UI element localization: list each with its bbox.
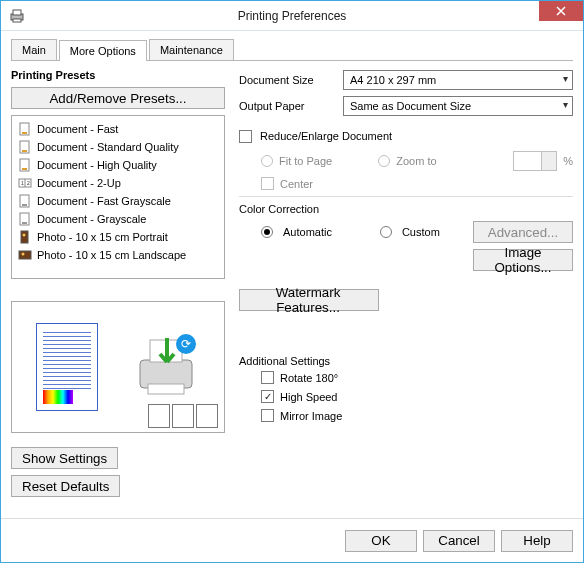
printing-presets-heading: Printing Presets: [11, 69, 225, 81]
mirror-image-checkbox[interactable]: [261, 409, 274, 422]
additional-settings-label: Additional Settings: [239, 355, 573, 367]
close-icon: [556, 6, 566, 16]
output-paper-select[interactable]: Same as Document Size: [343, 96, 573, 116]
doc-gray-icon: [18, 212, 32, 226]
window-body: Main More Options Maintenance Printing P…: [1, 31, 583, 518]
output-paper-value: Same as Document Size: [350, 100, 471, 112]
footer: OK Cancel Help: [1, 518, 583, 562]
doc-icon: [18, 140, 32, 154]
preset-item[interactable]: Document - Standard Quality: [16, 138, 220, 156]
image-options-button[interactable]: Image Options...: [473, 249, 573, 271]
sync-icon: ⟳: [176, 334, 196, 354]
advanced-button: Advanced...: [473, 221, 573, 243]
svg-rect-6: [22, 150, 27, 152]
show-settings-button[interactable]: Show Settings: [11, 447, 118, 469]
svg-rect-8: [22, 168, 27, 170]
custom-radio[interactable]: [380, 226, 392, 238]
cancel-button[interactable]: Cancel: [423, 530, 495, 552]
tab-more-options[interactable]: More Options: [59, 40, 147, 61]
preset-list: Document - Fast Document - Standard Qual…: [11, 115, 225, 279]
preset-label: Document - Fast Grayscale: [37, 195, 171, 207]
doc-gray-icon: [18, 194, 32, 208]
left-panel: Printing Presets Add/Remove Presets... D…: [11, 69, 225, 508]
close-button[interactable]: [539, 1, 583, 21]
add-remove-presets-button[interactable]: Add/Remove Presets...: [11, 87, 225, 109]
mirror-image-label: Mirror Image: [280, 410, 342, 422]
doc-icon: [18, 158, 32, 172]
fit-to-page-label: Fit to Page: [279, 155, 332, 167]
preset-label: Photo - 10 x 15 cm Portrait: [37, 231, 168, 243]
zoom-spinner: ▴▾: [513, 151, 557, 171]
zoom-to-radio: [378, 155, 390, 167]
reduce-enlarge-checkbox[interactable]: [239, 130, 252, 143]
photo-landscape-icon: [18, 248, 32, 262]
preset-label: Document - High Quality: [37, 159, 157, 171]
svg-rect-19: [19, 251, 31, 259]
right-panel: Document Size A4 210 x 297 mm Output Pap…: [239, 69, 573, 508]
svg-rect-14: [22, 204, 27, 206]
printer-graphic: ⟳: [134, 332, 200, 402]
svg-rect-4: [22, 132, 27, 134]
output-paper-label: Output Paper: [239, 100, 335, 112]
preset-item[interactable]: Photo - 10 x 15 cm Portrait: [16, 228, 220, 246]
tab-strip: Main More Options Maintenance: [11, 39, 573, 61]
help-button[interactable]: Help: [501, 530, 573, 552]
preview-box: ⟳: [11, 301, 225, 433]
window: Printing Preferences Main More Options M…: [0, 0, 584, 563]
tab-maintenance[interactable]: Maintenance: [149, 39, 234, 60]
rotate-180-label: Rotate 180°: [280, 372, 338, 384]
preset-label: Document - Grayscale: [37, 213, 146, 225]
doc-icon: [18, 122, 32, 136]
svg-text:1: 1: [21, 180, 24, 186]
automatic-label: Automatic: [283, 226, 332, 238]
document-size-label: Document Size: [239, 74, 335, 86]
content: Printing Presets Add/Remove Presets... D…: [11, 69, 573, 508]
document-size-value: A4 210 x 297 mm: [350, 74, 436, 86]
preset-label: Document - Standard Quality: [37, 141, 179, 153]
preset-item[interactable]: 12Document - 2-Up: [16, 174, 220, 192]
ok-button[interactable]: OK: [345, 530, 417, 552]
photo-portrait-icon: [18, 230, 32, 244]
2up-icon: 12: [18, 176, 32, 190]
preset-item[interactable]: Document - High Quality: [16, 156, 220, 174]
collate-icons: [148, 404, 218, 428]
preset-item[interactable]: Document - Grayscale: [16, 210, 220, 228]
svg-rect-17: [21, 231, 28, 243]
preset-label: Document - Fast: [37, 123, 118, 135]
window-title: Printing Preferences: [1, 9, 583, 23]
reset-defaults-button[interactable]: Reset Defaults: [11, 475, 120, 497]
svg-point-18: [23, 234, 26, 237]
high-speed-label: High Speed: [280, 391, 338, 403]
preset-label: Photo - 10 x 15 cm Landscape: [37, 249, 186, 261]
center-label: Center: [280, 178, 313, 190]
reduce-enlarge-label: Reduce/Enlarge Document: [260, 130, 392, 142]
svg-rect-23: [148, 384, 184, 394]
rotate-180-checkbox[interactable]: [261, 371, 274, 384]
custom-label: Custom: [402, 226, 440, 238]
center-checkbox: [261, 177, 274, 190]
color-correction-label: Color Correction: [239, 203, 573, 215]
watermark-features-button[interactable]: Watermark Features...: [239, 289, 379, 311]
preset-label: Document - 2-Up: [37, 177, 121, 189]
preset-item[interactable]: Photo - 10 x 15 cm Landscape: [16, 246, 220, 264]
document-size-select[interactable]: A4 210 x 297 mm: [343, 70, 573, 90]
tab-main[interactable]: Main: [11, 39, 57, 60]
titlebar: Printing Preferences: [1, 1, 583, 31]
percent-label: %: [563, 155, 573, 167]
preset-item[interactable]: Document - Fast Grayscale: [16, 192, 220, 210]
automatic-radio[interactable]: [261, 226, 273, 238]
page-thumbnail: [36, 323, 98, 411]
svg-text:2: 2: [27, 180, 30, 186]
svg-point-20: [22, 253, 25, 256]
preset-item[interactable]: Document - Fast: [16, 120, 220, 138]
svg-rect-16: [22, 222, 27, 224]
high-speed-checkbox[interactable]: ✓: [261, 390, 274, 403]
zoom-to-label: Zoom to: [396, 155, 436, 167]
fit-to-page-radio: [261, 155, 273, 167]
